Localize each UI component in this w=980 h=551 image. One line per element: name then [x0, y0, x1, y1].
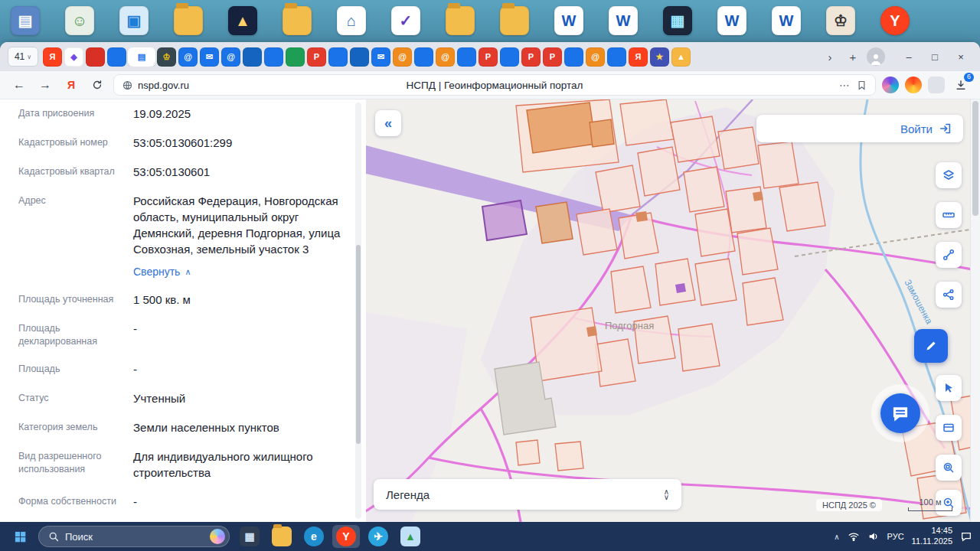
browser-tab[interactable]: @ [393, 47, 412, 67]
bookmark-icon[interactable] [856, 80, 867, 91]
map-canvas[interactable]: Подгорная Замошенка [366, 99, 980, 522]
map-view[interactable]: Подгорная Замошенка « Войти [366, 99, 980, 522]
browser-tab[interactable] [107, 47, 126, 67]
browser-tab[interactable]: ✉ [371, 47, 390, 67]
share-button[interactable] [936, 282, 962, 308]
layers-button[interactable] [936, 162, 962, 188]
desktop-icon[interactable]: W [554, 6, 583, 35]
draw-tool-button-active[interactable] [914, 329, 948, 363]
desktop-icon[interactable]: ▤ [11, 6, 40, 35]
browser-tab[interactable]: P [479, 47, 498, 67]
collapse-panel-button[interactable]: « [375, 110, 401, 136]
login-button[interactable]: Войти [756, 115, 963, 142]
minimize-button[interactable]: – [897, 47, 920, 67]
browser-tab[interactable] [414, 47, 433, 67]
refresh-button[interactable] [87, 75, 107, 95]
browser-tab[interactable] [86, 47, 105, 67]
extension-icon[interactable] [928, 77, 945, 93]
taskbar-app[interactable]: ▲ [397, 525, 424, 548]
browser-tab[interactable]: ♔ [157, 47, 176, 67]
scrollbar-thumb[interactable] [356, 245, 361, 444]
browser-tab[interactable]: P [543, 47, 562, 67]
browser-tab[interactable] [243, 47, 262, 67]
browser-tab[interactable]: @ [178, 47, 198, 67]
extension-icon[interactable] [905, 77, 922, 93]
forward-button[interactable]: → [35, 75, 55, 95]
browser-tab[interactable] [607, 47, 626, 67]
desktop-icon[interactable]: W [772, 6, 801, 35]
route-button[interactable] [936, 242, 962, 268]
desktop-icon[interactable]: ☺ [65, 6, 94, 35]
desktop-icon[interactable] [500, 6, 529, 35]
browser-tab[interactable]: P [307, 47, 326, 67]
measure-button[interactable] [936, 202, 962, 228]
new-tab-button[interactable]: + [844, 47, 862, 66]
tray-overflow-button[interactable]: ∧ [834, 533, 839, 541]
volume-icon[interactable] [867, 530, 880, 543]
browser-tab[interactable] [457, 47, 476, 67]
browser-tab[interactable]: ▤ [129, 47, 155, 67]
taskbar-search[interactable]: Поиск [38, 526, 230, 547]
notifications-icon[interactable] [960, 530, 972, 543]
taskbar-app[interactable]: Y [332, 525, 360, 548]
language-indicator[interactable]: РУС [887, 532, 904, 541]
legend-toggle[interactable]: Легенда ∧∨ [374, 479, 681, 510]
desktop-icon[interactable]: ▦ [663, 6, 692, 35]
browser-tab[interactable] [328, 47, 348, 67]
desktop-icon[interactable]: Y [880, 6, 910, 35]
browser-tab[interactable]: P [521, 47, 541, 67]
overview-button[interactable] [936, 415, 962, 441]
close-button[interactable]: × [949, 47, 972, 67]
yandex-services-button[interactable]: Я [61, 75, 81, 95]
desktop-icon[interactable]: W [717, 6, 746, 35]
profile-avatar[interactable] [867, 47, 885, 66]
wifi-icon[interactable] [848, 530, 860, 543]
desktop-icon[interactable]: W [609, 6, 638, 35]
taskbar-app[interactable]: e [300, 525, 328, 548]
browser-tab[interactable] [564, 47, 583, 67]
taskbar-app[interactable] [268, 525, 296, 548]
extension-icon[interactable] [882, 77, 899, 93]
scrollbar-thumb[interactable] [972, 101, 978, 216]
maximize-button[interactable]: □ [923, 47, 946, 67]
browser-tab[interactable]: @ [436, 47, 455, 67]
desktop-icon[interactable] [174, 6, 203, 35]
browser-tab[interactable]: ★ [650, 47, 669, 67]
desktop-icon[interactable]: ⌂ [337, 6, 366, 35]
browser-tab[interactable] [500, 47, 519, 67]
more-actions-button[interactable]: ⋯ [839, 79, 850, 91]
collapse-details-link[interactable]: Свернуть ∧ [133, 266, 343, 278]
taskbar-app[interactable]: ▦ [236, 525, 263, 548]
browser-tab[interactable]: @ [221, 47, 240, 67]
copilot-icon[interactable] [210, 529, 225, 544]
desktop-icon[interactable] [283, 6, 312, 35]
browser-tab[interactable] [350, 47, 369, 67]
taskbar-app[interactable]: ✈ [364, 525, 392, 548]
browser-tab[interactable] [264, 47, 283, 67]
pointer-tool-button[interactable] [936, 375, 962, 401]
browser-tab[interactable]: ✉ [200, 47, 219, 67]
browser-tab[interactable]: ◈ [64, 47, 83, 67]
browser-tab[interactable]: @ [586, 47, 605, 67]
omnibox[interactable]: nspd.gov.ru НСПД | Геоинформационный пор… [113, 74, 876, 96]
panel-scrollbar[interactable] [355, 103, 361, 519]
desktop-icon[interactable]: ♔ [826, 6, 855, 35]
browser-tab[interactable]: Я [43, 47, 62, 67]
browser-tab[interactable]: Я [629, 47, 648, 67]
start-button[interactable] [8, 525, 32, 548]
browser-tab[interactable]: ▲ [671, 47, 691, 67]
search-area-button[interactable] [936, 455, 962, 481]
desktop-icon[interactable]: ▲ [228, 6, 257, 35]
back-button[interactable]: ← [9, 75, 29, 95]
downloads-button[interactable]: 6 [951, 75, 971, 95]
browser-tab[interactable] [286, 47, 305, 67]
desktop-icon[interactable]: ▣ [119, 6, 149, 35]
desktop-icon[interactable] [446, 6, 475, 35]
chat-widget-button[interactable] [871, 384, 929, 442]
desktop-icon[interactable]: ✓ [391, 6, 420, 35]
tab-group-counter[interactable]: 41 ∨ [8, 47, 38, 67]
selected-parcel[interactable] [482, 201, 527, 240]
page-scrollbar[interactable] [970, 99, 980, 522]
tab-overflow-button[interactable]: › [821, 47, 839, 66]
clock[interactable]: 14:45 11.11.2025 [912, 526, 952, 547]
